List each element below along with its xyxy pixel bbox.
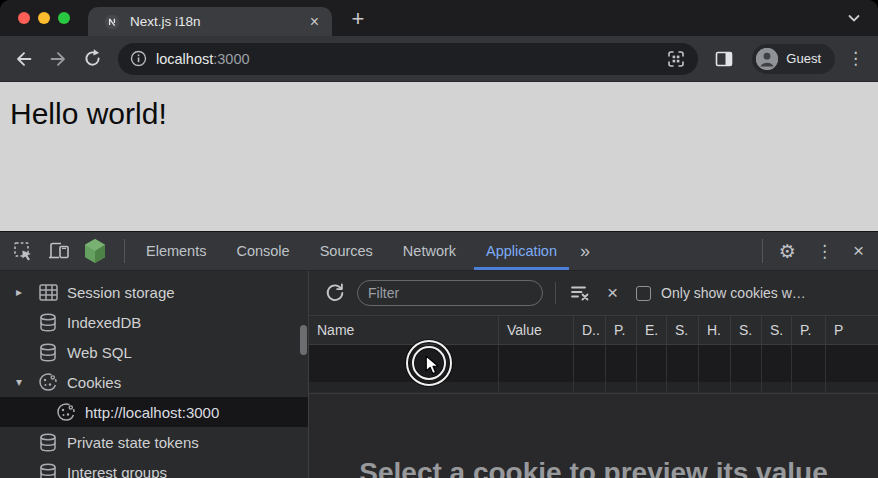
table-row	[309, 382, 878, 392]
sidebar-item-label: http://localhost:3000	[85, 404, 219, 421]
new-tab-button[interactable]: +	[344, 5, 372, 33]
sidebar-item-label: Private state tokens	[67, 434, 199, 451]
window-zoom-button[interactable]	[58, 12, 70, 24]
tab-elements[interactable]: Elements	[131, 232, 221, 270]
column-header-path[interactable]: P.	[606, 316, 637, 345]
tab-console[interactable]: Console	[221, 232, 304, 270]
sidebar-item-label: Session storage	[67, 284, 175, 301]
tab-application[interactable]: Application	[471, 232, 572, 270]
back-button[interactable]	[10, 45, 38, 73]
column-header-name[interactable]: Name	[309, 316, 499, 345]
table-icon	[38, 282, 58, 302]
toolbar-divider	[124, 239, 125, 263]
table-row[interactable]	[309, 345, 878, 382]
browser-tab[interactable]: Next.js i18n ×	[88, 7, 332, 36]
tab-close-icon[interactable]: ×	[307, 14, 322, 30]
only-show-issues-checkbox[interactable]	[636, 286, 651, 301]
sidebar-item-private-state-tokens[interactable]: Private state tokens	[0, 427, 308, 457]
nextjs-favicon-icon	[104, 14, 120, 30]
column-header-httponly[interactable]: H.	[699, 316, 731, 345]
url-port: :3000	[213, 51, 249, 67]
sidebar-item-label: Interest groups	[67, 464, 167, 478]
sidebar-item-label: Cookies	[67, 374, 121, 391]
column-header-samesite[interactable]: S.	[762, 316, 792, 345]
browser-window: Next.js i18n × +	[0, 0, 878, 478]
node-js-icon[interactable]	[82, 238, 108, 264]
sidebar-item-label: IndexedDB	[67, 314, 141, 331]
cookie-icon	[56, 402, 76, 422]
window-close-button[interactable]	[18, 12, 30, 24]
sidebar-item-cookies[interactable]: ▾ Cookies	[0, 367, 308, 397]
click-indicator	[406, 340, 452, 386]
sidebar-item-cookie-origin[interactable]: http://localhost:3000	[0, 397, 308, 427]
devtools-menu-kebab-icon[interactable]: ⋮	[806, 241, 843, 262]
inspect-element-icon[interactable]	[10, 238, 36, 264]
refresh-icon[interactable]	[323, 281, 347, 305]
cursor-arrow-icon	[425, 355, 440, 376]
url-host: localhost	[156, 51, 213, 67]
column-header-partition-key[interactable]: P.	[792, 316, 826, 345]
sidebar-item-session-storage[interactable]: ▸ Session storage	[0, 277, 308, 307]
empty-state-message: Select a cookie to preview its value	[359, 457, 827, 478]
devtools-toolbar: Elements Console Sources Network Applica…	[0, 232, 878, 271]
chevron-collapsed-icon[interactable]: ▸	[16, 285, 38, 299]
column-header-value[interactable]: Value	[499, 316, 574, 345]
tab-sources[interactable]: Sources	[305, 232, 388, 270]
chevron-expanded-icon[interactable]: ▾	[16, 375, 38, 389]
cookies-toolbar: × Only show cookies w…	[309, 271, 878, 316]
column-header-priority[interactable]: P	[826, 316, 878, 345]
toolbar-divider	[555, 282, 556, 304]
sidebar-scrollbar[interactable]	[300, 325, 307, 355]
side-panel-icon[interactable]	[710, 45, 738, 73]
database-icon	[38, 312, 58, 332]
tab-search-chevron-icon[interactable]	[846, 10, 862, 26]
tab-network[interactable]: Network	[388, 232, 471, 270]
site-info-icon[interactable]	[130, 50, 147, 67]
address-bar[interactable]: localhost:3000	[118, 43, 698, 75]
reload-button[interactable]	[78, 45, 106, 73]
forward-button[interactable]	[44, 45, 72, 73]
avatar	[756, 48, 778, 70]
more-tabs-icon[interactable]: »	[572, 241, 598, 262]
column-header-domain[interactable]: D..	[574, 316, 606, 345]
filter-input[interactable]	[357, 280, 543, 306]
column-header-expires[interactable]: E.	[637, 316, 667, 345]
cookie-preview-pane: Select a cookie to preview its value	[309, 393, 878, 478]
cookie-icon	[38, 372, 58, 392]
sidebar-item-interest-groups[interactable]: Interest groups	[0, 457, 308, 478]
application-sidebar: ▸ Session storage	[0, 271, 309, 478]
browser-menu-kebab-icon[interactable]: ⋮	[843, 50, 868, 67]
database-icon	[38, 462, 58, 478]
window-controls	[18, 12, 70, 24]
page-heading: Hello world!	[0, 82, 878, 131]
window-minimize-button[interactable]	[38, 12, 50, 24]
database-icon	[38, 342, 58, 362]
qr-code-icon[interactable]	[666, 49, 686, 69]
sidebar-item-label: Web SQL	[67, 344, 132, 361]
profile-name: Guest	[786, 51, 821, 66]
page-viewport: Hello world!	[0, 82, 878, 231]
cookies-table-header: Name Value D.. P. E. S. H. S. S. P. P	[309, 316, 878, 345]
cookies-table: Name Value D.. P. E. S. H. S. S. P. P	[309, 316, 878, 392]
tab-strip: Next.js i18n × +	[0, 0, 878, 36]
device-toolbar-icon[interactable]	[46, 238, 72, 264]
tab-title: Next.js i18n	[130, 14, 307, 29]
column-header-secure[interactable]: S.	[731, 316, 762, 345]
sidebar-item-indexeddb[interactable]: IndexedDB	[0, 307, 308, 337]
delete-all-icon[interactable]: ×	[607, 282, 618, 304]
profile-button[interactable]: Guest	[752, 44, 835, 74]
clear-filter-icon[interactable]	[568, 281, 592, 305]
database-icon	[38, 432, 58, 452]
settings-gear-icon[interactable]: ⚙	[769, 240, 806, 263]
column-header-size[interactable]: S.	[667, 316, 699, 345]
cookies-panel: × Only show cookies w… Name Value D.. P.…	[309, 271, 878, 478]
only-show-issues-label: Only show cookies w…	[661, 285, 806, 301]
browser-toolbar: localhost:3000	[0, 36, 878, 82]
toolbar-divider	[762, 239, 763, 263]
devtools-close-icon[interactable]: ×	[843, 240, 878, 262]
sidebar-item-web-sql[interactable]: Web SQL	[0, 337, 308, 367]
